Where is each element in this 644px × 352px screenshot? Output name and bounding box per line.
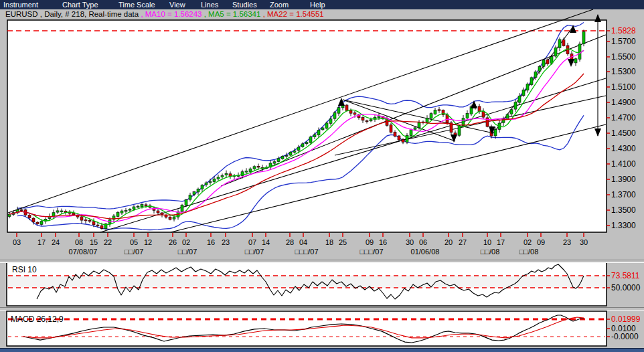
candle-body — [157, 211, 159, 213]
rsi-chart[interactable]: 73.581150.0000 — [0, 258, 644, 308]
panel-splitter[interactable] — [0, 307, 644, 311]
date-label: 06 — [419, 238, 427, 246]
candle-body — [546, 60, 549, 64]
candle-body — [161, 213, 163, 215]
date-label: 28 — [286, 238, 294, 246]
candle-body — [281, 156, 284, 159]
price-plot-area[interactable] — [7, 20, 607, 232]
date-label: 08 — [75, 238, 83, 246]
candle-body — [100, 226, 103, 229]
candle-body — [462, 118, 465, 126]
candle-body — [197, 189, 199, 192]
candle-body — [56, 211, 59, 212]
candle-body — [566, 46, 569, 54]
date-label: 02 — [182, 238, 190, 246]
menu-help[interactable]: Help — [310, 1, 325, 9]
date-label: 27 — [459, 238, 467, 246]
candle-body — [321, 128, 324, 130]
candle-body — [40, 222, 43, 225]
date-label: 24 — [52, 238, 60, 246]
swing-arrow-up[interactable] — [594, 14, 601, 22]
candle-body — [305, 143, 308, 144]
candle-body — [434, 110, 436, 114]
candle-body — [293, 151, 296, 152]
panel-splitter[interactable] — [0, 260, 644, 263]
rsi-indicator-label: RSI 10 — [12, 265, 37, 274]
date-label: 15 — [90, 238, 98, 246]
candle-body — [28, 215, 31, 218]
price-axis-label: 1.5300 — [611, 67, 636, 76]
candle-body — [189, 195, 191, 200]
price-axis-label: 1.5700 — [611, 37, 636, 46]
candle-body — [534, 72, 537, 78]
candle-body — [345, 105, 348, 110]
candle-body — [32, 218, 35, 222]
price-axis-label: 1.4700 — [611, 113, 636, 122]
candle-body — [141, 205, 143, 207]
macd-chart[interactable]: 0.019990.0100-0.0000 — [0, 306, 644, 348]
candle-body — [349, 110, 352, 113]
candle-body — [297, 147, 300, 151]
candle-body — [530, 78, 533, 85]
menu-time-scale[interactable]: Time Scale — [118, 1, 155, 9]
candle-body — [333, 112, 336, 118]
candle-body — [337, 108, 340, 114]
date-label: 30 — [580, 238, 588, 246]
candle-body — [414, 128, 416, 129]
month-label: □□□/07 — [359, 248, 383, 256]
candle-body — [418, 122, 420, 128]
menu-chart-type[interactable]: Chart Type — [62, 1, 98, 9]
candle-body — [145, 205, 147, 206]
candle-body — [169, 217, 171, 219]
candle-body — [213, 179, 216, 181]
month-label: □□□/07 — [295, 248, 318, 256]
candle-body — [558, 39, 561, 48]
candle-body — [325, 123, 328, 128]
rsi-panel[interactable]: 73.581150.0000 — [0, 258, 644, 308]
date-label: 23 — [563, 238, 571, 246]
candle-body — [125, 211, 127, 211]
candle-body — [289, 152, 292, 155]
price-axis-label: 1.3500 — [611, 205, 636, 215]
candle-body — [36, 222, 39, 224]
candle-body — [510, 110, 513, 114]
chart-title: EURUSD , Daily, # 218, Real-time data , … — [5, 10, 324, 19]
candle-body — [410, 130, 412, 135]
date-label: 30 — [406, 238, 414, 246]
candle-body — [253, 167, 256, 169]
menu-studies[interactable]: Studies — [232, 1, 257, 9]
date-label: 09 — [366, 238, 374, 246]
menu-instrument[interactable]: Instrument — [3, 1, 38, 9]
candle-body — [245, 171, 248, 172]
candle-body — [370, 120, 372, 121]
menu-zoom[interactable]: Zoom — [270, 1, 289, 9]
candle-body — [201, 185, 204, 189]
macd-axis-label: 0.01999 — [611, 315, 641, 324]
candle-body — [398, 136, 400, 140]
candle-body — [522, 90, 525, 96]
title-segment-2: , MA5 = 1.56341 — [204, 10, 263, 18]
candle-body — [313, 135, 316, 137]
date-label: 16 — [379, 238, 387, 246]
candle-body — [96, 225, 99, 226]
month-label: 01/06/08 — [411, 248, 440, 256]
date-label: 14 — [262, 238, 270, 246]
month-label: □□/07 — [245, 248, 264, 256]
candle-body — [430, 114, 432, 118]
candle-body — [185, 199, 187, 205]
candle-body — [574, 59, 577, 63]
price-axis-label: 1.3900 — [611, 175, 636, 184]
date-label: 17 — [497, 238, 505, 246]
rsi-axis-label: 50.0000 — [611, 283, 641, 292]
candle-body — [205, 183, 208, 185]
price-chart[interactable]: 1.58281.57001.55001.53001.51001.49001.47… — [0, 0, 644, 258]
candle-body — [506, 114, 509, 119]
main-chart-panel[interactable]: 1.58281.57001.55001.53001.51001.49001.47… — [0, 0, 644, 258]
rsi-axis-label: 73.5811 — [611, 271, 640, 280]
menu-lines[interactable]: Lines — [201, 1, 218, 9]
candle-body — [8, 214, 11, 216]
macd-panel[interactable]: 0.019990.0100-0.0000 — [0, 306, 644, 348]
candle-body — [394, 133, 396, 137]
date-label: 23 — [222, 238, 230, 246]
menu-view[interactable]: View — [169, 1, 185, 9]
